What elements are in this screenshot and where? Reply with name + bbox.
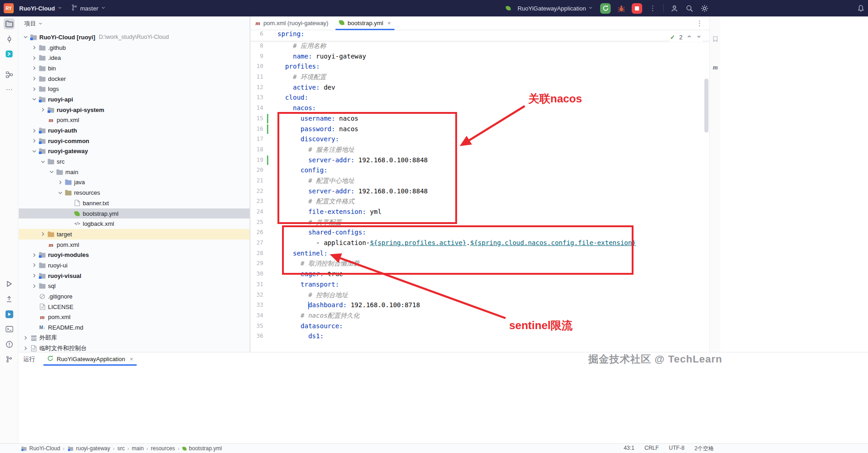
code-line[interactable]: 23# 配置文件格式 — [250, 196, 709, 207]
chevron-collapsed-icon[interactable] — [30, 137, 38, 144]
close-icon[interactable]: × — [130, 356, 133, 362]
tree-item[interactable]: ruoyi-visual — [19, 271, 250, 281]
prev-problem-icon[interactable] — [687, 34, 692, 41]
line-number[interactable]: 6 — [250, 30, 277, 41]
branch-selector[interactable]: master — [68, 2, 109, 14]
tree-item[interactable]: M↓README.md — [19, 322, 250, 333]
problems-tool-icon[interactable] — [4, 339, 15, 350]
line-number[interactable]: 36 — [250, 331, 277, 341]
chevron-collapsed-icon[interactable] — [21, 334, 29, 341]
run-panel-title[interactable]: 运行 — [19, 352, 43, 366]
code-line[interactable]: 17discovery: — [250, 134, 709, 144]
editor-tab[interactable]: mpom.xml (ruoyi-gateway) — [250, 16, 334, 30]
tree-item[interactable]: ruoyi-gateway — [19, 146, 250, 157]
breadcrumb-item[interactable]: main — [132, 445, 144, 452]
project-panel-header[interactable]: 项目 — [19, 16, 250, 31]
tree-item[interactable]: ruoyi-api-system — [19, 105, 250, 115]
tree-item[interactable]: bootstrap.yml — [19, 208, 250, 219]
chevron-collapsed-icon[interactable] — [56, 179, 64, 186]
debug-button[interactable] — [617, 4, 626, 13]
version-control-tool-icon[interactable] — [4, 354, 15, 365]
breadcrumb-item[interactable]: resources — [151, 445, 175, 452]
code-line[interactable]: 18# 服务注册地址 — [250, 144, 709, 155]
line-number[interactable]: 26 — [250, 227, 277, 238]
code-line[interactable]: 19server-addr: 192.168.0.100:8848 — [250, 155, 709, 165]
line-number[interactable]: 19 — [250, 155, 277, 165]
line-number[interactable]: 12 — [250, 82, 277, 93]
commit-tool-icon[interactable] — [4, 33, 15, 44]
chevron-collapsed-icon[interactable] — [39, 230, 47, 238]
line-number[interactable]: 27 — [250, 238, 277, 248]
line-number[interactable]: 11 — [250, 72, 277, 82]
tree-item[interactable]: banner.txt — [19, 198, 250, 208]
tree-item[interactable]: docker — [19, 74, 250, 84]
code-line[interactable]: 9name: ruoyi-gateway — [250, 51, 709, 62]
chevron-expanded-icon[interactable] — [56, 189, 64, 197]
project-tool-icon[interactable] — [4, 18, 15, 29]
code-line[interactable]: 36ds1: — [250, 331, 709, 341]
code-line[interactable]: 31transport: — [250, 279, 709, 290]
code-line[interactable]: 25# 共享配置 — [250, 217, 709, 228]
line-number[interactable]: 9 — [250, 51, 277, 62]
code-line[interactable]: 33dashboard: 192.168.0.100:8718 — [250, 300, 709, 310]
editor-tab[interactable]: bootstrap.yml× — [334, 16, 396, 30]
tree-item[interactable]: ruoyi-modules — [19, 250, 250, 260]
tree-item[interactable]: .github — [19, 43, 250, 53]
tree-item[interactable]: ruoyi-ui — [19, 260, 250, 271]
maven-tool-icon[interactable]: m — [712, 64, 719, 71]
chevron-collapsed-icon[interactable] — [39, 106, 47, 113]
status-widget[interactable]: CRLF — [644, 445, 659, 453]
chevron-collapsed-icon[interactable] — [30, 54, 38, 62]
run-console[interactable] — [19, 366, 868, 443]
line-number[interactable]: 23 — [250, 196, 277, 207]
user-account-icon[interactable] — [670, 4, 679, 13]
run-tab[interactable]: RuoYiGatewayApplication × — [43, 352, 138, 366]
code-editor[interactable]: 8# 应用名称9name: ruoyi-gateway10profiles:11… — [250, 41, 709, 352]
line-number[interactable]: 16 — [250, 124, 277, 134]
chevron-collapsed-icon[interactable] — [30, 85, 38, 93]
tab-options-icon[interactable]: ⋮ — [696, 19, 703, 27]
structure-tool-icon[interactable] — [4, 69, 15, 80]
close-icon[interactable]: × — [388, 20, 391, 27]
line-number[interactable]: 10 — [250, 61, 277, 72]
line-number[interactable]: 8 — [250, 41, 277, 51]
chevron-collapsed-icon[interactable] — [30, 272, 38, 279]
code-line[interactable]: 27- application-${spring.profiles.active… — [250, 238, 709, 248]
code-line[interactable]: 10profiles: — [250, 61, 709, 72]
terminal-tool-icon[interactable] — [4, 324, 15, 335]
line-number[interactable]: 15 — [250, 113, 277, 124]
tree-item[interactable]: 外部库 — [19, 333, 250, 343]
chevron-collapsed-icon[interactable] — [30, 251, 38, 259]
tree-item[interactable]: sql — [19, 281, 250, 292]
chevron-collapsed-icon[interactable] — [30, 261, 38, 269]
line-number[interactable]: 17 — [250, 134, 277, 144]
tree-item[interactable]: logs — [19, 84, 250, 94]
tree-item[interactable]: mpom.xml — [19, 240, 250, 250]
code-line[interactable]: 35datasource: — [250, 321, 709, 331]
line-number[interactable]: 35 — [250, 321, 277, 331]
chevron-expanded-icon[interactable] — [30, 148, 38, 155]
tree-item[interactable]: java — [19, 177, 250, 188]
chevron-collapsed-icon[interactable] — [30, 282, 38, 290]
next-problem-icon[interactable] — [696, 34, 702, 41]
settings-gear-icon[interactable] — [700, 4, 709, 13]
line-number[interactable]: 30 — [250, 269, 277, 279]
project-selector[interactable]: RuoYi-Cloud — [16, 3, 65, 14]
tree-item[interactable]: .gitignore — [19, 291, 250, 302]
chevron-expanded-icon[interactable] — [21, 33, 29, 41]
bookmarks-tool-icon[interactable] — [713, 36, 718, 42]
tree-item[interactable]: ruoyi-api — [19, 94, 250, 105]
code-line[interactable]: 11# 环境配置 — [250, 72, 709, 82]
chevron-expanded-icon[interactable] — [48, 168, 55, 176]
tree-item[interactable]: .idea — [19, 53, 250, 63]
code-line[interactable]: 32# 控制台地址 — [250, 290, 709, 300]
code-line[interactable]: 29# 取消控制台懒加载 — [250, 258, 709, 269]
code-line[interactable]: 21# 配置中心地址 — [250, 176, 709, 186]
line-number[interactable]: 28 — [250, 248, 277, 259]
code-line[interactable]: 15username: nacos — [250, 113, 709, 124]
code-line[interactable]: 8# 应用名称 — [250, 41, 709, 51]
tree-item[interactable]: bin — [19, 63, 250, 74]
breadcrumb-item[interactable]: src — [117, 445, 125, 452]
code-line[interactable]: 26shared-configs: — [250, 227, 709, 238]
code-line[interactable]: 14nacos: — [250, 103, 709, 113]
